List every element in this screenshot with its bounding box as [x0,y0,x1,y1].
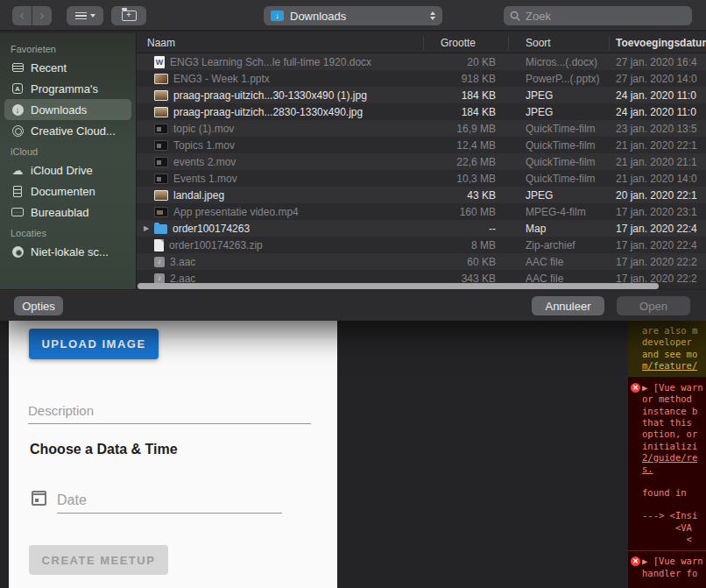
file-name: events 2.mov [173,156,236,168]
file-date-added: 23 jan. 2020 13:5 [609,123,706,135]
dropdown-chevrons-icon [430,11,435,20]
folder-file-icon [154,224,167,234]
description-input[interactable] [28,398,311,424]
jpeg-file-icon [154,190,168,201]
mov-file-icon [154,174,168,184]
sidebar-item-label: Programma's [31,82,98,96]
console-line: ▶ [Vue warn [642,382,706,393]
new-folder-icon: + [122,11,137,21]
file-size: 60 KB [423,256,508,268]
console-warning-entry: are also mdeveloper and see mom/feature/ [628,321,706,378]
table-row[interactable]: landal.jpeg43 KBJPEG20 jan. 2020 22:1 [137,187,706,203]
table-row: order100174263.zip8 MBZip-archief17 jan.… [137,237,706,253]
file-size: 22,6 MB [423,156,508,168]
table-row[interactable]: praag-praag-uitzich...2830-1330x490.jpg1… [137,103,706,120]
table-row: topic (1).mov16,9 MBQuickTime-film23 jan… [137,120,706,137]
file-rows: WENG3 Learning Sch...le full-time 1920.d… [137,53,706,289]
view-options-button[interactable] [67,6,103,25]
horizontal-scrollbar[interactable] [138,283,659,289]
sidebar-item-label: Bureaublad [31,206,89,219]
pptx-file-icon [154,74,168,84]
file-kind: JPEG [508,106,609,118]
column-divider[interactable] [423,36,424,50]
console-line: 2/guide/re [642,452,706,464]
table-row[interactable]: ▶order100174263--Map17 jan. 2020 22:4 [137,220,706,237]
console-link[interactable]: m/feature/ [642,360,697,371]
column-divider[interactable] [609,36,610,50]
location-value: Downloads [290,10,424,23]
console-line: s. [642,464,706,475]
date-input[interactable] [57,487,282,514]
column-header-date-added[interactable]: Toevoegingsdatum [609,37,706,49]
console-link[interactable]: 2/guide/re [642,452,697,463]
table-row[interactable]: praag-praag-uitzich...30-1330x490 (1).jp… [137,87,706,103]
file-date-added: 27 jan. 2020 14:0 [609,73,706,85]
options-button[interactable]: Opties [14,296,63,315]
column-header-size[interactable]: Grootte [423,37,508,49]
chevron-down-icon [90,14,95,18]
sidebar-item-icloud-drive[interactable]: ☁iCloud Drive [4,159,131,181]
console-line: ---> <Insi [642,510,706,521]
sidebar-item-downloads[interactable]: ↓Downloads [4,99,131,120]
disclosure-triangle-icon[interactable]: ▶ [144,224,154,232]
table-row: ♪3.aac60 KBAAC file17 jan. 2020 22:2 [137,253,706,270]
sidebar-item-bureaublad[interactable]: ···Bureaublad [4,202,131,223]
console-line: < [642,534,706,545]
file-name: landal.jpeg [173,189,224,202]
sidebar-item-documenten[interactable]: Documenten [4,181,131,202]
file-kind: QuickTime-film [508,139,609,152]
console-line [642,476,706,487]
file-name: order100174263.zip [169,239,263,251]
file-kind: MPEG-4-film [508,206,609,218]
table-row: events 2.mov22,6 MBQuickTime-film21 jan.… [137,153,706,170]
file-size: 20 KB [423,56,508,68]
file-size: 8 MB [423,239,508,251]
applications-icon: A [11,81,25,96]
upload-image-button[interactable]: UPLOAD IMAGE [29,329,159,359]
file-date-added: 21 jan. 2020 22:1 [609,139,706,152]
file-date-added: 24 jan. 2020 11:0 [609,106,706,118]
cancel-button[interactable]: Annuleer [532,296,604,315]
sidebar-item-creative-cloud[interactable]: Creative Cloud... [4,120,131,141]
console-line: or method [642,393,706,405]
console-line: instance b [642,406,706,417]
back-button[interactable]: ‹ [12,6,32,25]
file-size: 184 KB [423,89,508,102]
error-circle-icon[interactable]: ✕ [631,383,640,393]
sidebar-item-programma-s[interactable]: AProgramma's [4,78,131,99]
sidebar-section-label: Locaties [0,223,136,241]
console-link[interactable]: s. [642,464,653,474]
file-size: -- [423,223,508,235]
file-date-added: 17 jan. 2020 23:1 [609,206,706,218]
column-header-name[interactable]: Naam [137,37,423,49]
console-line: option, or [642,429,706,440]
location-dropdown[interactable]: ↓ Downloads [264,6,442,25]
sidebar-item-recent[interactable]: Recent [4,57,131,78]
list-view-icon [75,12,87,20]
column-header-kind[interactable]: Soort [508,37,609,49]
file-name: praag-praag-uitzich...2830-1330x490.jpg [173,106,363,118]
file-kind: AAC file [508,256,609,268]
forward-button[interactable]: › [32,6,52,25]
file-kind: Micros...(.docx) [508,56,609,68]
file-date-added: 27 jan. 2020 16:4 [609,56,706,68]
table-row: Topics 1.mov12,4 MBQuickTime-film21 jan.… [137,137,706,153]
aac-file-icon: ♪ [154,273,165,284]
recent-icon [11,60,25,74]
error-circle-icon[interactable]: ✕ [631,556,640,566]
new-folder-button[interactable]: + [111,6,146,25]
file-size: 16,9 MB [423,123,508,135]
column-divider[interactable] [508,36,509,50]
desktop-icon: ··· [11,205,25,219]
console-line [642,579,706,588]
file-kind: QuickTime-film [508,173,609,185]
search-input[interactable] [526,10,686,23]
sidebar-item-niet-lokale-sc[interactable]: Niet-lokale sc... [4,241,131,262]
file-size: 160 MB [423,206,508,218]
table-row: ENG3 - Week 1.pptx918 KBPowerP...(.pptx)… [137,70,706,87]
file-date-added: 21 jan. 2020 21:1 [609,156,706,168]
console-line: ▶ [Vue warn [642,556,706,567]
create-meetup-button: CREATE MEETUP [29,545,168,575]
sidebar-item-label: Downloads [31,103,87,117]
downloads-folder-icon: ↓ [271,11,284,21]
